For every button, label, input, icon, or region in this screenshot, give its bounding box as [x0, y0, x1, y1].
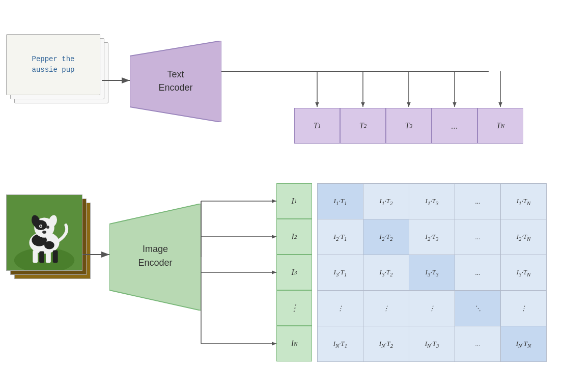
cell-3-dots: ... [455, 255, 501, 291]
cell-n-n: IN·TN [501, 326, 547, 362]
svg-text:Image: Image [143, 244, 168, 254]
dog-image [7, 195, 82, 270]
i3-cell: I3 [276, 255, 312, 290]
t2-cell: T2 [340, 108, 386, 144]
in-cell: IN [276, 326, 312, 361]
t1-cell: T1 [294, 108, 340, 144]
svg-point-11 [40, 226, 42, 227]
cell-1-1: I1·T1 [318, 184, 363, 219]
matrix-row-3: I3·T1 I3·T2 I3·T3 ... I3·TN [318, 255, 547, 291]
cell-1-3: I1·T3 [409, 184, 455, 219]
cell-2-n: I2·TN [501, 219, 547, 255]
image-input-stack [5, 193, 99, 285]
i2-cell: I2 [276, 219, 312, 255]
i-embeddings-column: I1 I2 I3 ⋮ IN [276, 183, 312, 361]
t3-cell: T3 [386, 108, 432, 144]
svg-text:Text: Text [167, 69, 184, 79]
svg-rect-15 [46, 251, 51, 263]
t-embeddings-row: T1 T2 T3 ... TN [294, 108, 523, 144]
cell-dots-dots: ⋱ [455, 291, 501, 326]
cell-1-n: I1·TN [501, 184, 547, 219]
t-dots-cell: ... [432, 108, 477, 144]
cell-dots-1: ⋮ [318, 291, 363, 326]
cell-3-3: I3·T3 [409, 255, 455, 291]
cell-3-1: I3·T1 [318, 255, 363, 291]
svg-rect-14 [39, 251, 44, 263]
matrix-row-2: I2·T1 I2·T2 I2·T3 ... I2·TN [318, 219, 547, 255]
svg-marker-20 [109, 204, 201, 311]
cell-2-dots: ... [455, 219, 501, 255]
cell-n-2: IN·T2 [363, 326, 409, 362]
image-encoder-shape: Image Encoder [109, 204, 201, 311]
paper-front: Pepper theaussie pup [6, 34, 100, 95]
svg-point-12 [42, 231, 46, 234]
text-encoder-shape: Text Encoder [130, 41, 221, 122]
cell-3-2: I3·T2 [363, 255, 409, 291]
cell-2-2: I2·T2 [363, 219, 409, 255]
cell-n-1: IN·T1 [318, 326, 363, 362]
cell-1-dots: ... [455, 184, 501, 219]
svg-text:Encoder: Encoder [158, 82, 192, 93]
cell-dots-2: ⋮ [363, 291, 409, 326]
svg-point-10 [46, 226, 49, 229]
cell-1-2: I1·T2 [363, 184, 409, 219]
matrix-row-n: IN·T1 IN·T2 IN·T3 ... IN·TN [318, 326, 547, 362]
photo-front [6, 194, 82, 271]
svg-point-4 [44, 241, 54, 249]
cell-3-n: I3·TN [501, 255, 547, 291]
matrix-row-1: I1·T1 I1·T2 I1·T3 ... I1·TN [318, 184, 547, 219]
similarity-matrix: I1·T1 I1·T2 I1·T3 ... I1·TN I2·T1 I2·T2 … [317, 183, 547, 362]
diagram-container: Pepper theaussie pup [0, 0, 564, 392]
i1-cell: I1 [276, 183, 312, 219]
cell-2-1: I2·T1 [318, 219, 363, 255]
tn-cell: TN [477, 108, 523, 144]
cell-dots-3: ⋮ [409, 291, 455, 326]
cell-n-3: IN·T3 [409, 326, 455, 362]
svg-text:Encoder: Encoder [138, 258, 172, 268]
cell-2-3: I2·T3 [409, 219, 455, 255]
svg-rect-16 [53, 250, 58, 263]
text-input-label: Pepper theaussie pup [32, 54, 74, 75]
svg-rect-13 [33, 250, 38, 263]
svg-marker-17 [130, 41, 221, 122]
text-input-stack: Pepper theaussie pup [5, 33, 112, 109]
cell-n-dots: ... [455, 326, 501, 362]
matrix-row-dots: ⋮ ⋮ ⋮ ⋱ ⋮ [318, 291, 547, 326]
cell-dots-n: ⋮ [501, 291, 547, 326]
i-dots-cell: ⋮ [276, 290, 312, 326]
